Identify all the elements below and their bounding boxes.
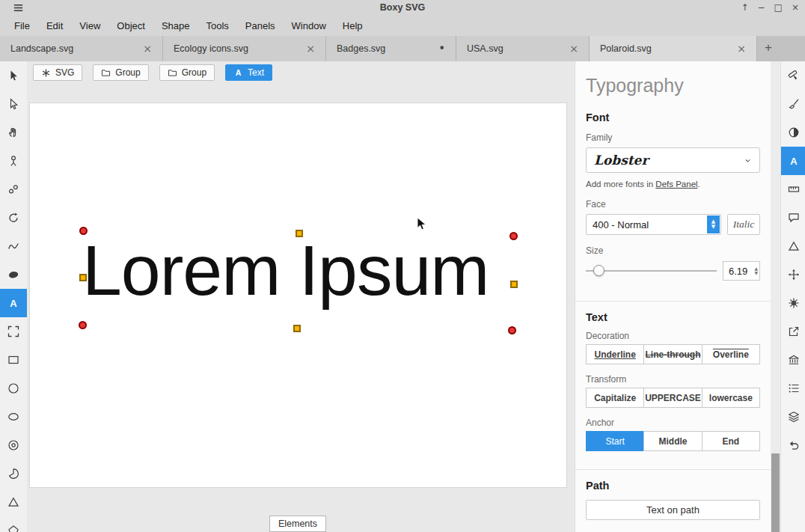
selection-handle-orange[interactable] — [293, 325, 301, 332]
hamburger-icon[interactable] — [12, 2, 24, 13]
svg-page[interactable]: Lorem Ipsum — [30, 103, 566, 487]
uppercase-button[interactable]: UPPERCASE — [643, 388, 702, 408]
scrollbar-thumb[interactable] — [771, 453, 780, 532]
panel-comments[interactable] — [781, 204, 805, 232]
anchor-end-button[interactable]: End — [702, 431, 760, 451]
panel-compositing[interactable] — [781, 118, 805, 147]
breadcrumb-group-1[interactable]: Group — [93, 64, 148, 81]
panel-arrangement[interactable] — [781, 260, 805, 289]
tool-edit-points[interactable] — [0, 90, 27, 118]
panel-stroke[interactable] — [781, 90, 805, 118]
tool-pen[interactable] — [0, 232, 27, 260]
tab-landscape[interactable]: Landscape.svg × — [0, 36, 163, 61]
italic-toggle-button[interactable]: Italic — [727, 214, 760, 235]
menu-shape[interactable]: Shape — [153, 17, 198, 34]
tab-close-icon[interactable]: × — [141, 43, 153, 55]
selection-handle-red[interactable] — [79, 227, 88, 235]
tool-pie[interactable] — [0, 459, 27, 488]
panel-layers[interactable] — [781, 403, 805, 431]
anchor-middle-button[interactable]: Middle — [643, 431, 702, 451]
tool-edit[interactable] — [0, 61, 27, 90]
panel-defs[interactable] — [781, 346, 805, 374]
tool-pan[interactable] — [0, 118, 27, 147]
tool-multiselect[interactable] — [0, 175, 27, 204]
close-icon[interactable]: × — [792, 0, 799, 15]
breadcrumb-group-2[interactable]: Group — [159, 64, 215, 81]
minimize-icon[interactable]: − — [758, 0, 765, 15]
panel-export[interactable] — [781, 317, 805, 346]
tool-donut[interactable] — [0, 431, 27, 459]
tool-view[interactable] — [0, 317, 27, 346]
tool-circle[interactable] — [0, 374, 27, 403]
face-spinner[interactable]: ▲▼ — [707, 215, 720, 233]
elements-panel-toggle[interactable]: Elements — [269, 516, 326, 532]
panel-effects[interactable] — [781, 289, 805, 317]
tab-modified-dot-icon[interactable]: • — [437, 42, 447, 55]
tool-triangle[interactable] — [0, 488, 27, 516]
tab-close-icon[interactable]: × — [568, 43, 580, 55]
size-spinner[interactable]: ▲▼ — [754, 262, 758, 280]
tab-usa[interactable]: USA.svg × — [456, 36, 590, 61]
selection-handle-orange[interactable] — [79, 274, 87, 281]
maximize-icon[interactable]: □ — [774, 0, 783, 15]
line-through-button[interactable]: Line-through — [643, 344, 702, 364]
panel-geometry[interactable] — [781, 175, 805, 204]
tool-rect[interactable] — [0, 346, 27, 374]
menu-panels[interactable]: Panels — [237, 17, 284, 34]
tool-pentagon[interactable] — [0, 516, 27, 532]
tool-drop[interactable] — [0, 147, 27, 175]
svg-text:A: A — [10, 298, 17, 309]
tab-ecology-icons[interactable]: Ecology icons.svg × — [163, 36, 326, 61]
panel-scrollbar[interactable] — [771, 61, 780, 532]
canvas-area[interactable]: SVG Group Group A Text Lorem Ipsum Eleme… — [27, 61, 575, 532]
breadcrumb-text[interactable]: A Text — [225, 64, 272, 81]
new-tab-button[interactable]: + — [757, 36, 780, 61]
breadcrumb-svg[interactable]: SVG — [33, 64, 82, 81]
text-on-path-button[interactable]: Text on path — [586, 500, 760, 520]
panel-title: Typography — [586, 75, 760, 97]
tab-close-icon[interactable]: × — [735, 43, 747, 55]
menu-window[interactable]: Window — [284, 17, 334, 34]
menu-file[interactable]: File — [6, 17, 38, 34]
selection-handle-orange[interactable] — [296, 230, 303, 237]
tool-rotate[interactable] — [0, 204, 27, 232]
keep-above-icon[interactable]: ↑ — [741, 0, 748, 15]
selection-handle-red[interactable] — [508, 326, 516, 334]
underline-button[interactable]: Underline — [586, 344, 644, 364]
panel-fill[interactable] — [781, 61, 805, 90]
panel-objects[interactable] — [781, 374, 805, 403]
tool-text[interactable]: A — [0, 289, 27, 317]
overline-button[interactable]: Overline — [702, 344, 760, 364]
slider-handle[interactable] — [593, 265, 604, 276]
selection-handle-red[interactable] — [509, 232, 518, 240]
anchor-start-button[interactable]: Start — [586, 431, 644, 451]
selection-handle-orange[interactable] — [510, 281, 518, 288]
panel-typography[interactable]: A — [781, 147, 805, 175]
defs-panel-link[interactable]: Defs Panel — [655, 180, 697, 189]
tab-polaroid[interactable]: Polaroid.svg × — [590, 36, 757, 61]
lowercase-button[interactable]: lowercase — [702, 388, 760, 408]
tab-close-icon[interactable]: × — [304, 43, 316, 55]
panel-generators[interactable] — [781, 232, 805, 260]
menu-tools[interactable]: Tools — [198, 17, 236, 34]
menu-object[interactable]: Object — [108, 17, 153, 34]
text-a-icon: A — [7, 297, 19, 309]
capitalize-button[interactable]: Capitalize — [586, 388, 644, 408]
curve-icon — [7, 240, 19, 252]
text-section-heading: Text — [586, 311, 760, 323]
font-face-select[interactable]: 400 - Normal ▲▼ — [586, 214, 721, 235]
font-size-slider[interactable] — [586, 260, 717, 281]
tool-ellipse[interactable] — [0, 403, 27, 431]
selection-handle-red[interactable] — [79, 321, 87, 329]
menu-view[interactable]: View — [71, 17, 108, 34]
tool-blob[interactable] — [0, 260, 27, 289]
font-size-input[interactable]: 6.19 ▲▼ — [723, 261, 760, 281]
tab-badges[interactable]: Badges.svg • — [326, 36, 456, 61]
hand-icon — [7, 126, 19, 138]
menu-help[interactable]: Help — [334, 17, 371, 34]
menu-edit[interactable]: Edit — [38, 17, 71, 34]
panel-history[interactable] — [781, 431, 805, 459]
path-section-heading: Path — [586, 480, 760, 492]
canvas-text-object[interactable]: Lorem Ipsum — [82, 235, 489, 306]
font-family-select[interactable]: Lobster — [586, 147, 760, 173]
